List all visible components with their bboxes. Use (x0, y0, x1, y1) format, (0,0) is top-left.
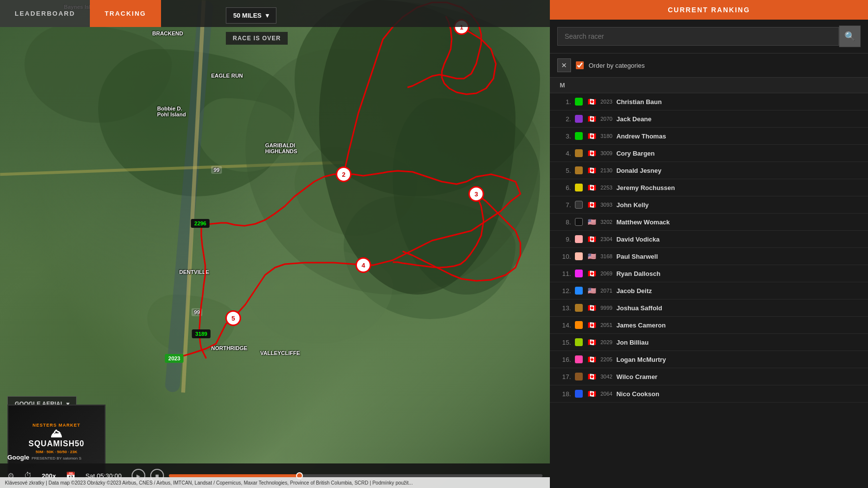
google-attribution: Google (7, 454, 29, 461)
racer-name: Joshua Saffold (616, 304, 662, 312)
rank-color-swatch (575, 252, 583, 260)
panel-header: CURRENT RANKING (550, 0, 868, 20)
rank-number: 15. (557, 339, 571, 346)
rank-color-swatch (575, 235, 583, 243)
search-input[interactable] (557, 27, 839, 46)
filter-clear-button[interactable]: ✕ (557, 58, 571, 72)
racer-id: 2069 (600, 271, 612, 276)
category-column-header: M (550, 78, 868, 93)
ranking-item[interactable]: 17. 🇨🇦 3042 Wilco Cramer (550, 368, 868, 385)
rank-number: 1. (557, 98, 571, 106)
racer-id: 2029 (600, 339, 612, 345)
racer-marker-3189: 3189 (192, 329, 211, 338)
racer-name: Christian Baun (616, 98, 661, 106)
ranking-list[interactable]: 1. 🇨🇦 2023 Christian Baun 2. 🇨🇦 2070 Jac… (550, 93, 868, 488)
rank-number: 7. (557, 201, 571, 209)
rank-color-swatch (575, 321, 583, 329)
search-button[interactable]: 🔍 (839, 26, 861, 47)
rank-number: 11. (557, 270, 571, 277)
logo-mountain-icon: ⛰ (51, 428, 62, 439)
logo-sub-text: 50M · 50K · 50/50 · 23K (36, 450, 78, 454)
racer-id: 3168 (600, 253, 612, 259)
racer-id: 2071 (600, 288, 612, 294)
rank-color-swatch (575, 304, 583, 312)
right-panel: CURRENT RANKING 🔍 ✕ Order by categories … (550, 0, 868, 488)
racer-name: David Vodicka (616, 236, 659, 243)
category-m-label: M (560, 81, 565, 89)
tracking-button[interactable]: TRACKING (90, 0, 161, 27)
racer-id: 2070 (600, 116, 612, 122)
rank-number: 2. (557, 115, 571, 123)
racer-name: James Cameron (616, 322, 665, 329)
racer-flag: 🇨🇦 (587, 270, 597, 277)
racer-id: 3093 (600, 202, 612, 208)
rank-color-swatch (575, 355, 583, 363)
racer-flag: 🇺🇸 (587, 218, 597, 225)
leaderboard-button[interactable]: LEADERBOARD (0, 0, 90, 27)
rank-number: 16. (557, 356, 571, 363)
racer-flag: 🇨🇦 (587, 356, 597, 363)
status-bar: Klávesové zkratky | Data map ©2023 Obráz… (0, 477, 550, 488)
rank-color-swatch (575, 184, 583, 191)
racer-flag: 🇨🇦 (587, 304, 597, 311)
racer-flag: 🇨🇦 (587, 150, 597, 157)
rank-number: 8. (557, 218, 571, 226)
ranking-item[interactable]: 7. 🇨🇦 3093 John Kelly (550, 196, 868, 214)
rank-color-swatch (575, 132, 583, 140)
rank-number: 6. (557, 184, 571, 191)
racer-name: Matthew Womack (616, 218, 670, 226)
racer-name: Jon Billiau (616, 339, 649, 346)
rank-color-swatch (575, 149, 583, 157)
ranking-item[interactable]: 2. 🇨🇦 2070 Jack Deane (550, 110, 868, 128)
rank-color-swatch (575, 98, 583, 106)
distance-selector[interactable]: 50 MILES ▾ (226, 7, 276, 24)
ranking-item[interactable]: 9. 🇨🇦 2304 David Vodicka (550, 231, 868, 248)
racer-marker-2296: 2296 (191, 219, 210, 228)
race-status-badge: RACE IS OVER (226, 32, 288, 45)
ranking-item[interactable]: 14. 🇨🇦 2051 James Cameron (550, 317, 868, 334)
ranking-item[interactable]: 6. 🇨🇦 2253 Jeremy Rochussen (550, 179, 868, 196)
ranking-item[interactable]: 8. 🇺🇸 3202 Matthew Womack (550, 214, 868, 231)
racer-id: 2304 (600, 236, 612, 242)
racer-flag: 🇨🇦 (587, 322, 597, 328)
racer-flag: 🇺🇸 (587, 287, 597, 294)
ranking-item[interactable]: 3. 🇨🇦 3180 Andrew Thomas (550, 128, 868, 145)
racer-flag: 🇨🇦 (587, 115, 597, 122)
racer-flag: 🇺🇸 (587, 253, 597, 260)
racer-name: Jeremy Rochussen (616, 184, 675, 191)
rank-number: 13. (557, 304, 571, 312)
racer-flag: 🇨🇦 (587, 201, 597, 208)
rank-color-swatch (575, 373, 583, 380)
rank-color-swatch (575, 166, 583, 174)
racer-marker-2023: 2023 (165, 354, 184, 363)
racer-name: Ryan Dallosch (616, 270, 660, 277)
racer-id: 3202 (600, 219, 612, 225)
rank-color-swatch (575, 287, 583, 295)
ranking-item[interactable]: 16. 🇨🇦 2205 Logan McMurtry (550, 351, 868, 368)
ranking-item[interactable]: 1. 🇨🇦 2023 Christian Baun (550, 93, 868, 110)
logo-main-text: SQUAMISH50 (28, 439, 84, 448)
rank-color-swatch (575, 201, 583, 209)
ranking-item[interactable]: 18. 🇨🇦 2064 Nico Cookson (550, 385, 868, 403)
racer-name: Wilco Cramer (616, 373, 657, 380)
ranking-item[interactable]: 4. 🇨🇦 3009 Cory Bargen (550, 145, 868, 162)
ranking-item[interactable]: 15. 🇨🇦 2029 Jon Billiau (550, 334, 868, 351)
distance-label: 50 MILES (233, 12, 262, 19)
rank-number: 5. (557, 167, 571, 174)
order-by-categories-checkbox[interactable] (576, 61, 584, 69)
ranking-item[interactable]: 12. 🇺🇸 2071 Jacob Deitz (550, 282, 868, 299)
ranking-item[interactable]: 11. 🇨🇦 2069 Ryan Dallosch (550, 265, 868, 282)
rank-color-swatch (575, 338, 583, 346)
racer-flag: 🇨🇦 (587, 184, 597, 191)
ranking-item[interactable]: 13. 🇨🇦 9999 Joshua Saffold (550, 299, 868, 317)
ranking-item[interactable]: 5. 🇨🇦 2130 Donald Jesney (550, 162, 868, 179)
checkpoint-5: 5 (225, 310, 241, 326)
racer-id: 2253 (600, 185, 612, 190)
ranking-item[interactable]: 10. 🇺🇸 3168 Paul Sharwell (550, 248, 868, 265)
rank-number: 12. (557, 287, 571, 295)
racer-flag: 🇨🇦 (587, 133, 597, 139)
racer-name: John Kelly (616, 201, 649, 209)
map-container[interactable]: LEADERBOARD TRACKING 50 MILES ▾ RACE IS … (0, 0, 550, 488)
racer-id: 2023 (600, 99, 612, 105)
rank-number: 9. (557, 236, 571, 243)
